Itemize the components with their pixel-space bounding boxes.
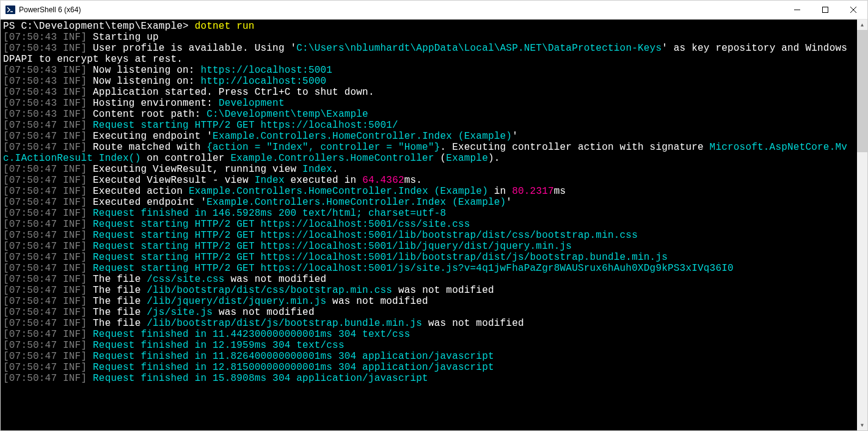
log-line: [07:50:47 INF] The file /lib/jquery/dist… — [3, 296, 857, 307]
log-timestamp: [07:50:47 INF] — [3, 252, 87, 263]
log-segment: /js/site.js — [147, 307, 213, 318]
log-segment: Example.Controllers.HomeController.Index… — [213, 131, 512, 142]
log-segment: Executed action — [87, 186, 189, 197]
vertical-scrollbar[interactable]: ▲ ▼ — [857, 20, 867, 430]
log-line: [07:50:47 INF] Request finished in 12.19… — [3, 340, 857, 351]
log-segment: Request starting HTTP/2 GET https://loca… — [87, 120, 398, 131]
prompt-path: PS C:\Development\temp\Example> — [3, 21, 195, 32]
maximize-button[interactable] — [811, 1, 839, 19]
log-segment: was not modified — [422, 318, 524, 329]
log-segment: Now listening on: — [87, 65, 200, 76]
log-segment: Request finished in 146.5928ms 200 text/… — [87, 208, 446, 219]
log-segment: ms — [554, 186, 566, 197]
log-line: [07:50:47 INF] Executing ViewResult, run… — [3, 164, 857, 175]
log-timestamp: [07:50:43 INF] — [3, 43, 87, 54]
log-line: [07:50:43 INF] User profile is available… — [3, 43, 857, 65]
scroll-up-arrow[interactable]: ▲ — [857, 20, 867, 30]
log-line: [07:50:47 INF] Executed endpoint 'Exampl… — [3, 197, 857, 208]
log-segment: The file — [87, 318, 147, 329]
log-timestamp: [07:50:43 INF] — [3, 87, 87, 98]
log-timestamp: [07:50:47 INF] — [3, 351, 87, 362]
close-button[interactable] — [839, 1, 867, 19]
log-timestamp: [07:50:47 INF] — [3, 142, 87, 153]
log-segment: Example.Controllers.HomeController.Index… — [206, 197, 506, 208]
minimize-button[interactable] — [783, 1, 811, 19]
log-line: [07:50:47 INF] Request starting HTTP/2 G… — [3, 263, 857, 274]
log-segment: 80.2317 — [512, 186, 554, 197]
log-line: [07:50:47 INF] Request starting HTTP/2 G… — [3, 219, 857, 230]
log-segment: executed in — [285, 175, 362, 186]
log-segment: Hosting environment: — [87, 98, 219, 109]
log-timestamp: [07:50:47 INF] — [3, 263, 87, 274]
log-segment: {action = "Index", controller = "Home"} — [206, 142, 440, 153]
log-segment: . Executing controller action with signa… — [440, 142, 710, 153]
log-line: [07:50:47 INF] Request finished in 12.81… — [3, 362, 857, 373]
window-controls — [783, 1, 867, 19]
log-segment: ). — [488, 153, 500, 164]
log-timestamp: [07:50:47 INF] — [3, 175, 87, 186]
log-segment: /lib/bootstrap/dist/js/bootstrap.bundle.… — [147, 318, 422, 329]
log-line: [07:50:43 INF] Content root path: C:\Dev… — [3, 109, 857, 120]
log-line: [07:50:43 INF] Now listening on: http://… — [3, 76, 857, 87]
log-segment: Request finished in 12.815000000000001ms… — [87, 362, 494, 373]
log-segment: Request starting HTTP/2 GET https://loca… — [87, 219, 470, 230]
log-segment: on controller — [140, 153, 230, 164]
log-segment: The file — [87, 307, 147, 318]
log-timestamp: [07:50:47 INF] — [3, 362, 87, 373]
log-line: [07:50:47 INF] Request finished in 15.89… — [3, 373, 857, 384]
log-segment: http://localhost:5000 — [200, 76, 326, 87]
log-segment: Example.Controllers.HomeController — [230, 153, 434, 164]
log-segment: Application started. Press Ctrl+C to shu… — [87, 87, 374, 98]
log-timestamp: [07:50:47 INF] — [3, 230, 87, 241]
log-segment: C:\Users\nblumhardt\AppData\Local\ASP.NE… — [296, 43, 662, 54]
log-timestamp: [07:50:47 INF] — [3, 373, 87, 384]
log-timestamp: [07:50:43 INF] — [3, 109, 87, 120]
log-timestamp: [07:50:47 INF] — [3, 219, 87, 230]
log-line: [07:50:47 INF] Request finished in 146.5… — [3, 208, 857, 219]
log-timestamp: [07:50:47 INF] — [3, 241, 87, 252]
log-segment: The file — [87, 285, 147, 296]
log-segment: Request finished in 11.442300000000001ms… — [87, 329, 410, 340]
terminal-area: PS C:\Development\temp\Example> dotnet r… — [1, 20, 867, 430]
log-line: [07:50:47 INF] The file /js/site.js was … — [3, 307, 857, 318]
log-segment: Request finished in 12.1959ms 304 text/c… — [87, 340, 344, 351]
log-line: [07:50:43 INF] Application started. Pres… — [3, 87, 857, 98]
log-segment: was not modified — [392, 285, 494, 296]
scroll-down-arrow[interactable]: ▼ — [857, 420, 867, 430]
log-line: [07:50:47 INF] The file /lib/bootstrap/d… — [3, 318, 857, 329]
log-segment: was not modified — [225, 274, 327, 285]
log-segment: Request starting HTTP/2 GET https://loca… — [87, 252, 668, 263]
log-timestamp: [07:50:47 INF] — [3, 307, 87, 318]
log-segment: ms. — [404, 175, 422, 186]
log-segment: ' — [506, 197, 512, 208]
log-segment: /css/site.css — [147, 274, 224, 285]
log-line: [07:50:47 INF] Request finished in 11.44… — [3, 329, 857, 340]
log-segment: . — [332, 164, 338, 175]
powershell-icon — [5, 5, 15, 15]
log-segment: Example — [446, 153, 488, 164]
log-segment: Executed endpoint ' — [87, 197, 206, 208]
log-segment: ( — [434, 153, 447, 164]
log-segment: Route matched with — [87, 142, 206, 153]
log-line: [07:50:47 INF] Executed action Example.C… — [3, 186, 857, 197]
window-title: PowerShell 6 (x64) — [19, 6, 783, 14]
log-timestamp: [07:50:43 INF] — [3, 76, 87, 87]
log-segment: Executing ViewResult, running view — [87, 164, 302, 175]
log-segment: Request finished in 15.8908ms 304 applic… — [87, 373, 428, 384]
terminal-output[interactable]: PS C:\Development\temp\Example> dotnet r… — [1, 20, 857, 430]
titlebar[interactable]: PowerShell 6 (x64) — [1, 1, 867, 20]
prompt-command: dotnet run — [195, 21, 255, 32]
log-segment: Content root path: — [87, 109, 206, 120]
log-timestamp: [07:50:47 INF] — [3, 285, 87, 296]
log-timestamp: [07:50:43 INF] — [3, 32, 87, 43]
log-segment: The file — [87, 274, 147, 285]
log-segment: The file — [87, 296, 147, 307]
log-timestamp: [07:50:43 INF] — [3, 65, 87, 76]
log-segment: Index — [302, 164, 332, 175]
log-segment: Executing endpoint ' — [87, 131, 213, 142]
log-timestamp: [07:50:47 INF] — [3, 274, 87, 285]
log-segment: Executed ViewResult - view — [87, 175, 254, 186]
scroll-thumb[interactable] — [857, 30, 867, 152]
log-timestamp: [07:50:47 INF] — [3, 340, 87, 351]
log-segment: https://localhost:5001 — [200, 65, 332, 76]
